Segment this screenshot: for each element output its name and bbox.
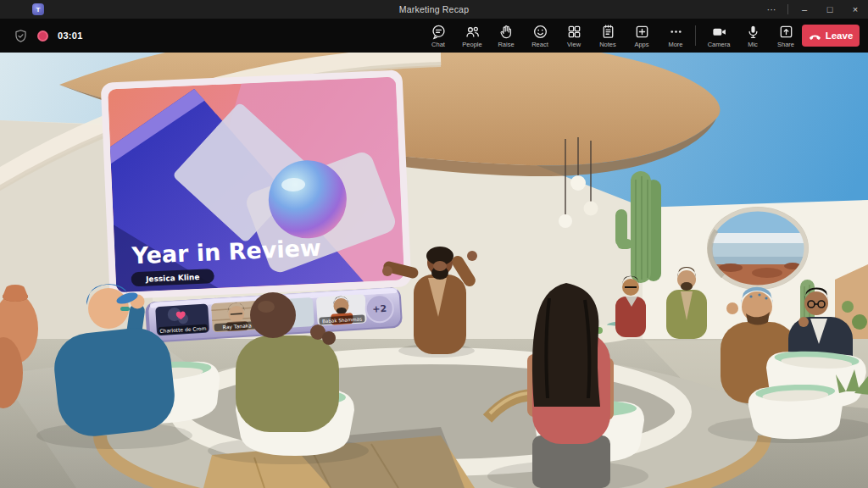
notes-icon	[600, 24, 616, 40]
apps-button[interactable]: Apps	[625, 19, 659, 53]
leave-label: Leave	[826, 30, 854, 41]
camera-button[interactable]: Camera	[700, 19, 737, 53]
chat-button[interactable]: Chat	[421, 19, 455, 53]
people-icon	[465, 24, 481, 40]
notes-label: Notes	[599, 41, 616, 48]
more-button[interactable]: More	[659, 19, 693, 53]
hangup-phone-icon	[809, 30, 821, 42]
apps-plus-icon	[634, 24, 650, 40]
react-button[interactable]: React	[523, 19, 557, 53]
overflow-count: +2	[372, 303, 387, 315]
share-arrow-icon	[778, 24, 794, 40]
apps-label: Apps	[634, 41, 648, 48]
meeting-toolbar: 03:01 Chat People Raise React View	[0, 19, 868, 53]
titlebar-divider	[787, 4, 788, 14]
mic-button[interactable]: Mic	[737, 19, 768, 53]
share-button[interactable]: Share	[768, 19, 804, 53]
raise-hand-button[interactable]: Raise	[489, 19, 523, 53]
camera-icon	[711, 24, 727, 40]
view-label: View	[567, 41, 581, 48]
presentation-screen[interactable]: Year in Review Jessica Kline	[101, 69, 412, 299]
chat-bubble-icon	[431, 24, 447, 40]
chair[interactable]	[748, 383, 844, 441]
microphone-icon	[745, 24, 761, 40]
raised-hand-icon	[498, 24, 515, 40]
mic-label: Mic	[748, 41, 758, 48]
window-title: Marketing Recap	[0, 4, 868, 14]
immersive-3d-viewport[interactable]: Year in Review Jessica Kline Charlotte d…	[0, 53, 868, 488]
overflow-badge[interactable]: +2	[365, 294, 394, 323]
chat-label: Chat	[431, 41, 445, 48]
grid-view-icon	[566, 24, 582, 40]
leave-button[interactable]: Leave	[802, 25, 860, 47]
window-more-button[interactable]: ···	[759, 0, 784, 19]
more-label: More	[668, 41, 682, 48]
teams-meeting-window: T Marketing Recap ··· – □ × 03:01 Chat	[0, 0, 868, 488]
people-button[interactable]: People	[455, 19, 489, 53]
porthole-window	[707, 207, 809, 290]
recording-indicator-icon[interactable]	[37, 30, 48, 42]
react-label: React	[531, 41, 548, 48]
maximize-button[interactable]: □	[817, 0, 843, 19]
notes-button[interactable]: Notes	[591, 19, 625, 53]
participant-tile[interactable]: Charlotte de Crom	[155, 304, 209, 336]
meeting-timer: 03:01	[58, 30, 83, 41]
teams-logo-icon: T	[32, 3, 44, 15]
people-label: People	[462, 41, 481, 48]
shield-check-icon	[14, 29, 28, 43]
share-label: Share	[777, 41, 794, 48]
participant-tile[interactable]: Babak Shammas	[316, 294, 367, 325]
toolbar-divider	[695, 25, 696, 46]
view-button[interactable]: View	[557, 19, 591, 53]
close-button[interactable]: ×	[843, 0, 868, 19]
ellipsis-icon	[668, 24, 684, 40]
smiley-icon	[532, 24, 548, 40]
minimize-button[interactable]: –	[792, 0, 817, 19]
titlebar: T Marketing Recap ··· – □ ×	[0, 0, 868, 19]
camera-label: Camera	[708, 41, 731, 48]
raise-label: Raise	[498, 41, 514, 48]
